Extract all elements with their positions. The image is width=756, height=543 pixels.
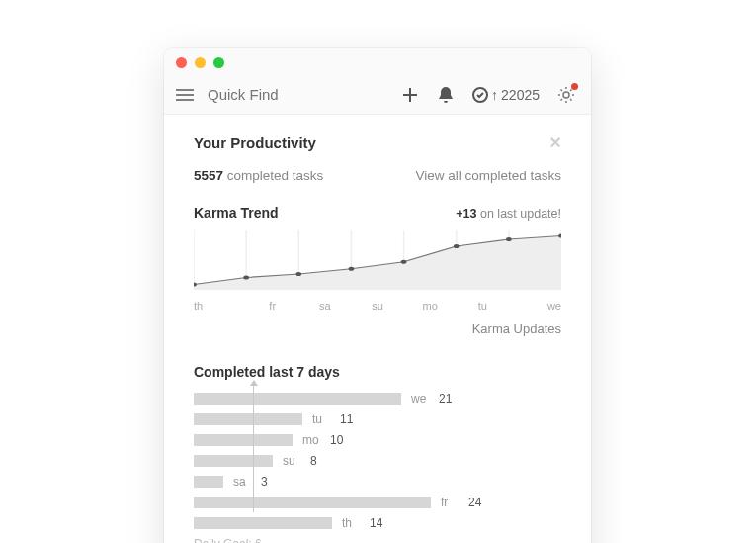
search-area <box>208 86 387 104</box>
main-toolbar: ↑ 22025 <box>164 76 591 115</box>
karma-trend-chart <box>194 230 561 294</box>
window-zoom-button[interactable] <box>213 57 224 68</box>
karma-score-value: 22025 <box>501 87 540 103</box>
bar-value: 10 <box>330 433 343 447</box>
close-icon[interactable]: × <box>549 133 561 152</box>
last7-chart: we21tu11mo10su8sa3fr24th14 <box>194 392 561 530</box>
svg-point-11 <box>243 276 249 280</box>
window-minimize-button[interactable] <box>195 57 206 68</box>
search-input[interactable] <box>208 86 387 103</box>
bar-label: sa <box>233 475 251 489</box>
bar <box>194 476 223 488</box>
svg-point-12 <box>295 272 301 276</box>
bar-row: we21 <box>194 392 561 406</box>
bar-value: 21 <box>439 392 452 406</box>
window-close-button[interactable] <box>176 57 187 68</box>
menu-icon[interactable] <box>176 89 194 101</box>
karma-axis-label: we <box>509 300 561 312</box>
productivity-panel: Your Productivity × 5557 completed tasks… <box>164 115 591 543</box>
bar-value: 14 <box>370 516 382 530</box>
bar-value: 8 <box>310 454 317 468</box>
last7-title: Completed last 7 days <box>194 364 561 380</box>
up-arrow-icon: ↑ <box>491 87 498 103</box>
bar <box>194 455 273 467</box>
svg-point-14 <box>401 260 407 264</box>
karma-axis-label: su <box>351 300 403 312</box>
panel-title: Your Productivity <box>194 135 316 151</box>
bar <box>194 393 401 405</box>
svg-point-13 <box>349 267 355 271</box>
add-task-icon[interactable] <box>401 86 419 104</box>
bar-value: 3 <box>261 475 268 489</box>
bar <box>194 517 332 529</box>
bar-row: fr24 <box>194 496 561 509</box>
bar-row: sa3 <box>194 475 561 489</box>
bar-row: th14 <box>194 516 561 530</box>
bar-value: 24 <box>468 496 481 509</box>
karma-icon <box>472 87 488 103</box>
app-window: ↑ 22025 Your Productivity × 5557 complet… <box>164 48 591 543</box>
karma-trend-title: Karma Trend <box>194 205 279 221</box>
bar-label: th <box>342 516 360 530</box>
bar-label: mo <box>302 433 320 447</box>
notifications-icon[interactable] <box>437 86 455 104</box>
bar-label: we <box>411 392 429 406</box>
karma-updates-link[interactable]: Karma Updates <box>194 321 561 336</box>
daily-goal-line <box>253 384 254 512</box>
karma-axis-label: fr <box>246 300 298 312</box>
karma-axis-label: th <box>194 300 246 312</box>
svg-point-1 <box>563 92 569 98</box>
window-titlebar <box>164 48 591 76</box>
svg-point-16 <box>506 237 512 241</box>
settings-icon[interactable] <box>557 86 575 104</box>
settings-badge-icon <box>571 83 578 90</box>
bar-row: su8 <box>194 454 561 468</box>
karma-score-button[interactable]: ↑ 22025 <box>472 87 540 103</box>
svg-point-15 <box>454 244 460 248</box>
daily-goal-label: Daily Goal: 6 <box>194 537 561 543</box>
karma-trend-delta: +13 on last update! <box>456 207 561 221</box>
completed-tasks-count: 5557 completed tasks <box>194 168 323 183</box>
bar-value: 11 <box>340 412 353 426</box>
bar-label: tu <box>312 412 330 426</box>
bar <box>194 434 293 446</box>
bar-label: fr <box>441 496 459 509</box>
karma-axis-label: sa <box>298 300 351 312</box>
bar-row: mo10 <box>194 433 561 447</box>
bar <box>194 497 431 508</box>
karma-axis-label: tu <box>457 300 509 312</box>
bar-row: tu11 <box>194 412 561 426</box>
toolbar-icons: ↑ 22025 <box>401 86 575 104</box>
view-all-completed-link[interactable]: View all completed tasks <box>415 168 561 183</box>
karma-trend-axis: thfrsasumotuwe <box>194 300 561 312</box>
bar <box>194 413 302 425</box>
karma-axis-label: mo <box>404 300 457 312</box>
bar-label: su <box>283 454 300 468</box>
